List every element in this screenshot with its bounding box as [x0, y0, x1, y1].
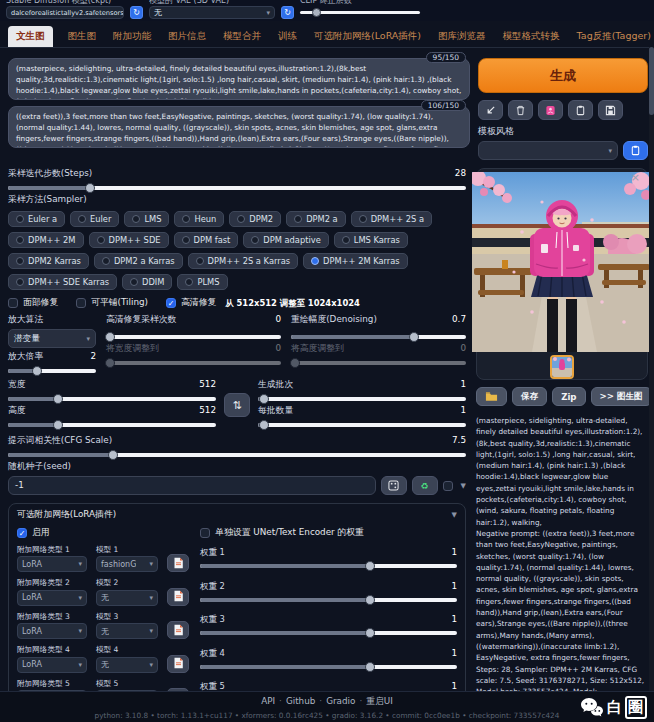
footer-link-github[interactable]: Github — [286, 696, 315, 706]
lora-weight-value[interactable]: 1 — [451, 547, 457, 557]
sampler-option-dpm-sde[interactable]: DPM++ SDE — [89, 232, 169, 248]
sampler-option-dpm-sde-karras[interactable]: DPM++ SDE Karras — [8, 274, 117, 290]
clip-skip-slider[interactable] — [300, 6, 420, 19]
sampler-option-dpm-adaptive[interactable]: DPM adaptive — [243, 232, 328, 248]
lora-model-dropdown-3[interactable]: 无▾ — [96, 623, 158, 639]
sampler-option-dpm-2m-karras[interactable]: DPM++ 2M Karras — [303, 253, 408, 269]
lora-model-info-button-3[interactable] — [167, 621, 189, 639]
restore-faces-checkbox[interactable] — [8, 298, 18, 308]
sampler-option-dpm2-karras[interactable]: DPM2 Karras — [8, 253, 89, 269]
sampler-option-dpm2-a-karras[interactable]: DPM2 a Karras — [94, 253, 183, 269]
tab-train[interactable]: 训练 — [276, 26, 299, 47]
lora-weight-slider-4[interactable] — [200, 665, 457, 669]
sampler-option-dpm-2m[interactable]: DPM++ 2M — [8, 232, 84, 248]
random-seed-button[interactable] — [381, 476, 407, 495]
sampler-option-ddim[interactable]: DDIM — [122, 274, 172, 290]
hires-fix-checkbox[interactable]: ✓ — [166, 298, 176, 308]
steps-slider[interactable] — [8, 186, 466, 190]
lora-weight-value[interactable]: 1 — [451, 681, 457, 691]
lora-enable-checkbox[interactable]: ✓ — [17, 528, 27, 538]
tab-checkpoint-merger[interactable]: 模型合并 — [221, 26, 263, 47]
lora-type-dropdown-4[interactable]: LoRA▾ — [17, 657, 87, 673]
sampler-option-euler-a[interactable]: Euler a — [8, 211, 65, 227]
tiling-checkbox[interactable] — [76, 298, 86, 308]
apply-style-to-prompt-button[interactable] — [568, 100, 593, 120]
lora-model-info-button-2[interactable] — [167, 588, 189, 606]
tab-model-converter[interactable]: 模型格式转换 — [501, 26, 562, 47]
open-folder-button[interactable] — [476, 387, 507, 406]
lora-accordion-header[interactable]: 可选附加网络(LoRA插件) ▼ — [17, 509, 457, 521]
footer-link-gradio[interactable]: Gradio — [326, 696, 355, 706]
lora-type-dropdown-2[interactable]: LoRA▾ — [17, 590, 87, 606]
lora-weight-slider-2[interactable] — [200, 598, 457, 602]
model-dropdown[interactable]: dalceforealistictallyv2.safetensors [733… — [6, 6, 124, 19]
height-slider[interactable] — [8, 423, 216, 427]
close-icon[interactable]: × — [631, 171, 640, 184]
height-value[interactable]: 512 — [199, 405, 216, 415]
lora-type-dropdown-1[interactable]: LoRA▾ — [17, 556, 87, 572]
lora-model-dropdown-2[interactable]: 无▾ — [96, 590, 158, 606]
hires-steps-slider[interactable] — [106, 335, 281, 339]
lora-separate-weights-checkbox[interactable] — [200, 528, 210, 538]
gallery-thumbnail[interactable] — [550, 355, 574, 379]
denoising-value[interactable]: 0.7 — [452, 314, 466, 324]
steps-value[interactable]: 28 — [455, 168, 466, 178]
refresh-model-icon[interactable]: ↻ — [130, 6, 143, 19]
tab-additional-networks[interactable]: 可选附加网络(LoRA插件) — [312, 26, 423, 47]
batch-count-value[interactable]: 1 — [460, 379, 466, 389]
lora-type-dropdown-3[interactable]: LoRA▾ — [17, 623, 87, 639]
clear-prompt-button[interactable] — [508, 100, 533, 120]
sampler-option-dpm-2s-a[interactable]: DPM++ 2S a — [351, 211, 432, 227]
sampler-option-lms-karras[interactable]: LMS Karras — [334, 232, 408, 248]
width-value[interactable]: 512 — [199, 379, 216, 389]
batch-count-slider[interactable] — [258, 397, 466, 401]
vae-dropdown[interactable]: 无 ▾ — [149, 6, 275, 19]
swap-width-height-button[interactable]: ⇅ — [224, 393, 250, 417]
scrollbar-thumb[interactable] — [649, 47, 654, 115]
upscale-by-slider[interactable] — [8, 369, 96, 373]
negative-prompt-input[interactable]: ((extra feet)),3 feet,more than two feet… — [8, 106, 470, 148]
paste-last-params-button[interactable] — [478, 100, 503, 120]
sampler-option-dpm2[interactable]: DPM2 — [229, 211, 281, 227]
sampler-option-plms[interactable]: PLMS — [177, 274, 227, 290]
styles-dropdown[interactable]: ▾ — [478, 141, 618, 160]
lora-weight-slider-3[interactable] — [200, 631, 457, 635]
send-to-img2img-button[interactable]: >> 图生图 — [591, 387, 652, 406]
batch-size-slider[interactable] — [258, 423, 466, 427]
sampler-option-heun[interactable]: Heun — [174, 211, 224, 227]
upscale-by-value[interactable]: 2 — [90, 351, 96, 361]
zip-button[interactable]: Zip — [552, 387, 585, 406]
sampler-option-dpm-2s-a-karras[interactable]: DPM++ 2S a Karras — [188, 253, 298, 269]
refresh-vae-icon[interactable]: ↻ — [281, 6, 294, 19]
sampler-option-dpm-fast[interactable]: DPM fast — [174, 232, 239, 248]
seed-input[interactable]: -1 — [8, 476, 376, 495]
width-slider[interactable] — [8, 397, 216, 401]
lora-weight-slider-1[interactable] — [200, 564, 457, 568]
tab-tagger[interactable]: Tag反推(Tagger) — [575, 26, 653, 47]
footer-link-api[interactable]: API — [261, 696, 275, 706]
footer-link-ui[interactable]: 重启UI — [366, 696, 393, 706]
tab-extras[interactable]: 附加功能 — [111, 26, 153, 47]
batch-size-value[interactable]: 1 — [460, 405, 466, 415]
denoising-slider[interactable] — [291, 335, 466, 339]
lora-model-info-button-4[interactable] — [167, 655, 189, 673]
cfg-slider[interactable] — [8, 453, 466, 457]
extra-networks-button[interactable] — [538, 100, 563, 120]
hires-steps-value[interactable]: 0 — [275, 314, 281, 324]
save-style-button[interactable] — [598, 100, 623, 120]
generate-button[interactable]: 生成 — [478, 58, 648, 93]
lora-weight-value[interactable]: 1 — [451, 581, 457, 591]
tab-image-browser[interactable]: 图库浏览器 — [436, 26, 488, 47]
generated-image[interactable] — [472, 172, 652, 352]
tab-png-info[interactable]: 图片信息 — [166, 26, 208, 47]
sampler-option-lms[interactable]: LMS — [124, 211, 169, 227]
lora-model-dropdown-4[interactable]: 无▾ — [96, 657, 158, 673]
tab-img2img[interactable]: 图生图 — [66, 26, 99, 47]
lora-weight-value[interactable]: 1 — [451, 648, 457, 658]
reuse-seed-button[interactable]: ♻ — [412, 476, 438, 495]
sampler-option-dpm2-a[interactable]: DPM2 a — [286, 211, 346, 227]
lora-model-info-button-1[interactable] — [167, 554, 189, 572]
extra-seed-checkbox[interactable] — [443, 481, 453, 491]
apply-styles-button[interactable] — [623, 141, 648, 160]
prompt-input[interactable]: (masterpiece, sidelighting, ultra-detail… — [8, 58, 470, 100]
